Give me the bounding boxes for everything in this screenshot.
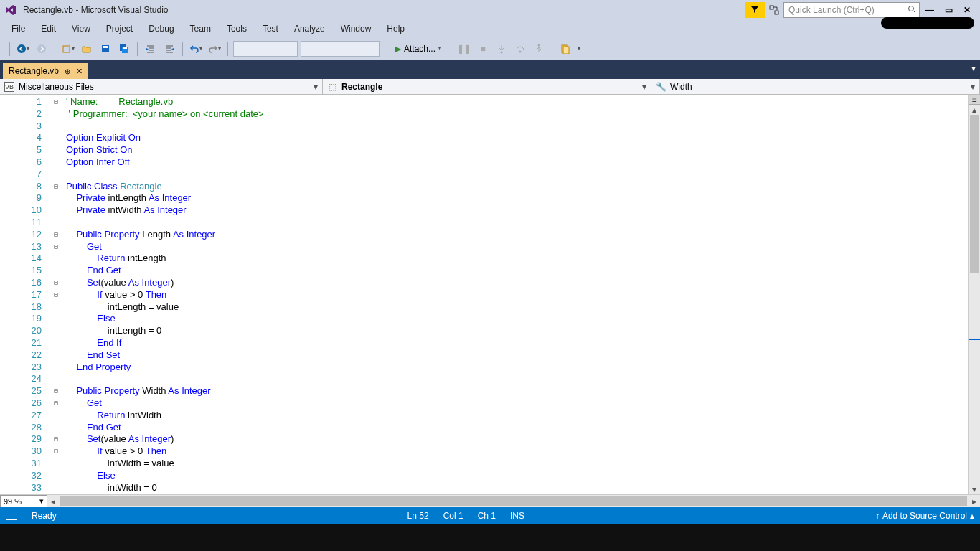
- code-line[interactable]: End Property: [66, 362, 963, 374]
- platform-dropdown[interactable]: [301, 41, 380, 57]
- toolbar-overflow[interactable]: ▾: [578, 45, 580, 52]
- menu-tools[interactable]: Tools: [220, 22, 254, 36]
- code-line[interactable]: If value > 0 Then: [66, 289, 963, 301]
- open-file-button[interactable]: [79, 41, 95, 57]
- step-over-button[interactable]: [512, 41, 528, 57]
- feedback-icon[interactable]: [766, 2, 782, 18]
- indent-button[interactable]: [143, 41, 159, 57]
- menu-view[interactable]: View: [65, 22, 98, 36]
- fold-toggle[interactable]: ⊟: [50, 289, 62, 301]
- document-tab-rectangle[interactable]: Rectangle.vb ⊕ ✕: [3, 63, 88, 79]
- menu-file[interactable]: File: [4, 22, 32, 36]
- zoom-dropdown[interactable]: 99 % ▾: [0, 495, 47, 507]
- undo-button[interactable]: ▾: [188, 41, 204, 57]
- quick-launch-input[interactable]: Quick Launch (Ctrl+Q): [783, 2, 920, 18]
- outdent-button[interactable]: [161, 41, 177, 57]
- split-handle-icon[interactable]: ≡: [969, 95, 980, 105]
- nav-member-dropdown[interactable]: 🔧 Width ▾: [651, 79, 980, 94]
- fold-toggle[interactable]: ⊟: [50, 229, 62, 241]
- notifications-icon[interactable]: [745, 2, 765, 18]
- fold-toggle[interactable]: ⊟: [50, 241, 62, 253]
- code-line[interactable]: Return intLength: [66, 253, 963, 265]
- menu-team[interactable]: Team: [183, 22, 218, 36]
- pause-button[interactable]: ❚❚: [456, 41, 472, 57]
- menu-project[interactable]: Project: [99, 22, 140, 36]
- code-line[interactable]: Set(value As Integer): [66, 277, 963, 289]
- scroll-thumb[interactable]: [60, 496, 967, 506]
- restore-button[interactable]: ▭: [940, 2, 957, 18]
- code-line[interactable]: Option Infer Off: [66, 156, 963, 169]
- menu-debug[interactable]: Debug: [141, 22, 181, 36]
- pin-icon[interactable]: ⊕: [65, 67, 70, 75]
- code-line[interactable]: intLength = value: [66, 301, 963, 314]
- fold-toggle[interactable]: ⊟: [50, 181, 62, 193]
- code-line[interactable]: [66, 217, 963, 229]
- menu-edit[interactable]: Edit: [34, 22, 63, 36]
- code-line[interactable]: ' Programmer: <your name> on <current da…: [66, 108, 963, 121]
- code-line[interactable]: Public Property Length As Integer: [66, 229, 963, 241]
- stop-button[interactable]: ■: [475, 41, 491, 57]
- new-project-button[interactable]: ▾: [60, 41, 76, 57]
- fold-toggle[interactable]: ⊟: [50, 277, 62, 289]
- find-in-files-button[interactable]: [557, 41, 573, 57]
- code-line[interactable]: Get: [66, 397, 963, 410]
- nav-forward-button[interactable]: [34, 41, 50, 57]
- code-line[interactable]: Option Explicit On: [66, 132, 963, 144]
- vertical-scrollbar[interactable]: ≡ ▴ ▾: [968, 95, 980, 494]
- code-editor[interactable]: 1234567891011121314151617181920212223242…: [0, 95, 980, 494]
- menu-window[interactable]: Window: [334, 22, 379, 36]
- scroll-right-icon[interactable]: ▸: [969, 495, 980, 507]
- code-line[interactable]: Else: [66, 313, 963, 325]
- close-tab-icon[interactable]: ✕: [76, 67, 83, 76]
- config-dropdown[interactable]: [233, 41, 298, 57]
- code-line[interactable]: End Get: [66, 422, 963, 434]
- code-line[interactable]: Return intWidth: [66, 410, 963, 422]
- attach-button[interactable]: ▶Attach...▾: [390, 41, 446, 57]
- minimize-button[interactable]: —: [921, 2, 938, 18]
- code-line[interactable]: Private intWidth As Integer: [66, 204, 963, 217]
- code-line[interactable]: Else: [66, 470, 963, 482]
- code-line[interactable]: intLength = 0: [66, 325, 963, 337]
- code-line[interactable]: Public Class Rectangle: [66, 181, 963, 193]
- menu-help[interactable]: Help: [380, 22, 412, 36]
- scroll-left-icon[interactable]: ◂: [47, 495, 59, 507]
- code-line[interactable]: Option Strict On: [66, 144, 963, 156]
- close-button[interactable]: ✕: [958, 2, 976, 18]
- fold-toggle[interactable]: ⊟: [50, 385, 62, 397]
- code-line[interactable]: End Get: [66, 265, 963, 277]
- horizontal-scrollbar[interactable]: ◂ ▸: [47, 495, 980, 507]
- code-line[interactable]: [66, 169, 963, 181]
- code-line[interactable]: [66, 373, 963, 385]
- code-line[interactable]: [66, 121, 963, 133]
- nav-project-dropdown[interactable]: VB Miscellaneous Files ▾: [0, 79, 323, 94]
- fold-toggle[interactable]: ⊟: [50, 96, 62, 108]
- tab-overflow-icon[interactable]: ▾: [971, 63, 976, 73]
- scroll-thumb[interactable]: [970, 115, 979, 273]
- fold-column[interactable]: ⊟⊟⊟⊟⊟⊟⊟⊟⊟⊟: [50, 95, 62, 494]
- code-line[interactable]: Private intLength As Integer: [66, 192, 963, 204]
- code-line[interactable]: Get: [66, 241, 963, 253]
- fold-toggle[interactable]: ⊟: [50, 433, 62, 446]
- code-line[interactable]: intWidth = value: [66, 458, 963, 470]
- menu-test[interactable]: Test: [255, 22, 286, 36]
- scroll-up-icon[interactable]: ▴: [969, 105, 980, 115]
- code-line[interactable]: End Set: [66, 349, 963, 362]
- step-out-button[interactable]: [531, 41, 547, 57]
- code-line[interactable]: Set(value As Integer): [66, 433, 963, 446]
- step-into-button[interactable]: [494, 41, 509, 57]
- save-all-button[interactable]: [116, 41, 132, 57]
- code-line[interactable]: ' Name: Rectangle.vb: [66, 96, 963, 108]
- redo-button[interactable]: ▾: [207, 41, 222, 57]
- code-area[interactable]: ' Name: Rectangle.vb ' Programmer: <your…: [62, 95, 968, 494]
- fold-toggle[interactable]: ⊟: [50, 397, 62, 410]
- code-line[interactable]: End If: [66, 337, 963, 349]
- code-line[interactable]: If value > 0 Then: [66, 446, 963, 458]
- nav-back-button[interactable]: ▾: [15, 41, 31, 57]
- nav-class-dropdown[interactable]: ⬚ Rectangle ▾: [323, 79, 651, 94]
- scroll-down-icon[interactable]: ▾: [969, 484, 980, 494]
- code-line[interactable]: intWidth = 0: [66, 482, 963, 494]
- code-line[interactable]: Public Property Width As Integer: [66, 385, 963, 397]
- menu-analyze[interactable]: Analyze: [287, 22, 332, 36]
- save-button[interactable]: [98, 41, 113, 57]
- fold-toggle[interactable]: ⊟: [50, 446, 62, 458]
